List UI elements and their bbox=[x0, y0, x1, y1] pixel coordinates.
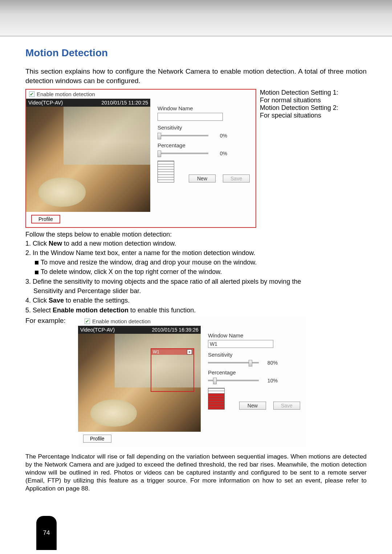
motion-window-title: W1 bbox=[153, 349, 159, 354]
annotation-2-line1: Motion Detection Setting 2: bbox=[260, 104, 367, 112]
percentage-slider[interactable] bbox=[158, 153, 208, 154]
check-icon: ✔ bbox=[30, 92, 34, 97]
sensitivity-label: Sensitivity bbox=[158, 124, 250, 131]
video-frame-image bbox=[26, 107, 150, 212]
video-timestamp: 2010/01/15 11:20:25 bbox=[102, 100, 148, 106]
sensitivity-value: 0% bbox=[214, 133, 227, 139]
video-preview: Video(TCP-AV) 2010/01/15 11:20:25 bbox=[26, 99, 150, 212]
video-source-label-2: Video(TCP-AV) bbox=[80, 327, 115, 333]
annotation-1-line2: For normal situations bbox=[260, 97, 367, 104]
video-frame-image-2: W1 × bbox=[78, 334, 201, 432]
annotations-column: Motion Detection Setting 1: For normal s… bbox=[260, 89, 367, 228]
step-2a: To move and resize the window, drag and … bbox=[25, 258, 367, 267]
footer-paragraph: The Percentage Indicator will rise or fa… bbox=[25, 453, 367, 493]
enable-motion-row-2: ✔ Enable motion detection bbox=[78, 317, 306, 326]
enable-motion-checkbox[interactable]: ✔ bbox=[29, 91, 34, 97]
percentage-label: Percentage bbox=[158, 142, 250, 148]
level-indicator bbox=[158, 161, 174, 182]
sensitivity-slider-2[interactable] bbox=[208, 362, 259, 364]
controls-column-2: Window Name W1 Sensitivity 80% Percentag… bbox=[201, 326, 306, 413]
save-button-2[interactable]: Save bbox=[273, 402, 300, 410]
section-title: Motion Detection bbox=[25, 47, 367, 59]
steps-block: Follow the steps below to enable motion … bbox=[25, 230, 367, 315]
video-preview-2: Video(TCP-AV) 2010/01/15 16:39:26 W1 × bbox=[78, 326, 201, 432]
close-icon[interactable]: × bbox=[187, 349, 192, 354]
step-4: 4. Click Save to enable the settings. bbox=[25, 296, 367, 305]
percentage-value-2: 10% bbox=[265, 378, 278, 383]
screenshot-1-row: ✔ Enable motion detection Video(TCP-AV) … bbox=[25, 89, 367, 228]
step-2: 2. In the Window Name text box, enter a … bbox=[25, 249, 367, 257]
window-name-label-2: Window Name bbox=[208, 332, 300, 338]
new-button[interactable]: New bbox=[189, 175, 216, 182]
profile-button-2[interactable]: Profile bbox=[83, 435, 111, 443]
steps-intro: Follow the steps below to enable motion … bbox=[25, 230, 367, 239]
motion-detection-panel-1: ✔ Enable motion detection Video(TCP-AV) … bbox=[25, 89, 256, 228]
sensitivity-value-2: 80% bbox=[265, 360, 278, 366]
percentage-value: 0% bbox=[214, 151, 227, 156]
enable-motion-label-2: Enable motion detection bbox=[92, 318, 151, 324]
step-5: 5. Select Enable motion detection to ena… bbox=[25, 306, 367, 315]
step-1: 1. Click New to add a new motion detecti… bbox=[25, 239, 367, 248]
motion-window[interactable]: W1 × bbox=[151, 348, 194, 392]
step-3b: Sensitivity and Percentage slider bar. bbox=[25, 287, 367, 295]
check-icon: ✔ bbox=[85, 319, 89, 324]
motion-detection-panel-2: ✔ Enable motion detection Video(TCP-AV) … bbox=[78, 317, 306, 446]
annotation-1-line1: Motion Detection Setting 1: bbox=[260, 89, 367, 97]
enable-motion-checkbox-2[interactable]: ✔ bbox=[85, 319, 90, 324]
controls-column: Window Name Sensitivity 0% Percentage 0% bbox=[150, 99, 256, 185]
new-button-2[interactable]: New bbox=[239, 402, 266, 410]
video-timestamp-2: 2010/01/15 16:39:26 bbox=[152, 327, 198, 333]
save-button[interactable]: Save bbox=[223, 175, 250, 182]
window-name-input-2[interactable]: W1 bbox=[208, 340, 273, 348]
window-name-label: Window Name bbox=[158, 105, 250, 111]
step-2b: To delete window, click X on the top rig… bbox=[25, 267, 367, 276]
annotation-2-line2: For special situations bbox=[260, 112, 367, 119]
step-3: 3. Define the sensitivity to moving obje… bbox=[25, 277, 367, 286]
sensitivity-slider[interactable] bbox=[158, 135, 208, 136]
level-indicator-2 bbox=[208, 388, 225, 410]
sensitivity-label-2: Sensitivity bbox=[208, 352, 300, 358]
enable-motion-row: ✔ Enable motion detection bbox=[26, 90, 256, 99]
page-header-banner bbox=[0, 0, 392, 36]
percentage-slider-2[interactable] bbox=[208, 380, 259, 381]
video-source-label: Video(TCP-AV) bbox=[28, 100, 63, 106]
example-label: For example: bbox=[25, 317, 66, 325]
percentage-label-2: Percentage bbox=[208, 369, 300, 376]
profile-button[interactable]: Profile bbox=[31, 215, 60, 223]
page-number-badge: 74 bbox=[36, 516, 57, 550]
intro-paragraph: This section explains how to configure t… bbox=[25, 67, 367, 85]
window-name-input[interactable] bbox=[158, 113, 223, 121]
enable-motion-label: Enable motion detection bbox=[37, 91, 95, 97]
